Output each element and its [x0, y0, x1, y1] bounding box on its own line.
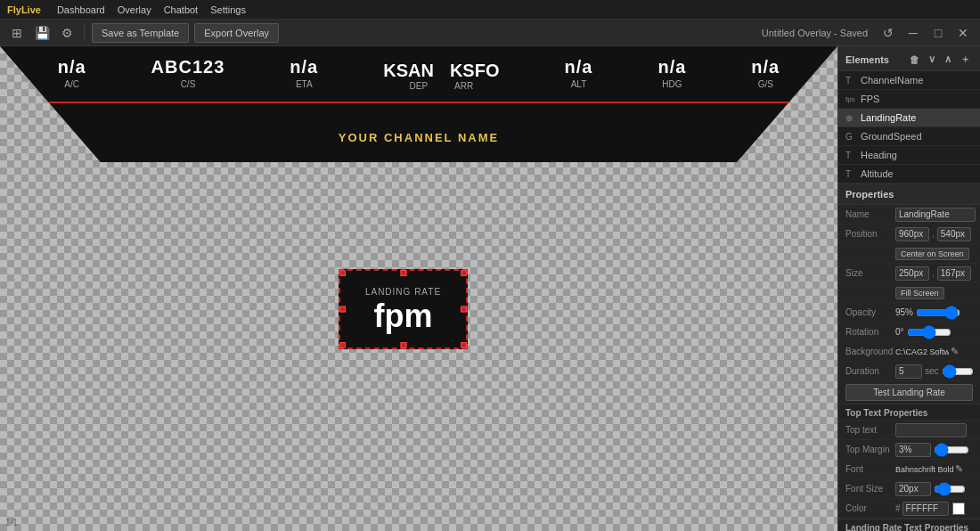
right-panel: Elements 🗑 ∨ ∧ ＋ T ChannelName fps FPS ⊕… — [837, 46, 980, 531]
elements-list: T ChannelName fps FPS ⊕ LandingRate G Gr… — [838, 71, 980, 184]
rotation-value: 0° — [895, 327, 904, 337]
elements-toolbar: 🗑 ∨ ∧ ＋ — [907, 52, 973, 67]
element-item-heading[interactable]: T Heading — [838, 146, 980, 165]
prop-rotation-row: Rotation 0° — [838, 323, 980, 342]
save-icon[interactable]: 💾 — [32, 23, 52, 43]
app-logo: FlyLive — [7, 4, 41, 15]
close-icon[interactable]: ✕ — [953, 23, 973, 43]
handle-tl[interactable] — [339, 270, 346, 276]
center-screen-button[interactable]: Center on Screen — [895, 248, 969, 260]
menu-dashboard[interactable]: Dashboard — [57, 4, 105, 15]
data-col-cs: ABC123 C/S — [151, 57, 225, 89]
top-text-input[interactable] — [895, 423, 967, 437]
element-item-fps[interactable]: fps FPS — [838, 90, 980, 109]
prop-fillscreen-row: Fill Screen — [838, 283, 980, 303]
data-col-alt: n/a ALT — [565, 57, 593, 89]
delete-element-icon[interactable]: 🗑 — [907, 53, 922, 66]
settings-icon[interactable]: ⚙ — [57, 23, 77, 43]
top-margin-input[interactable] — [895, 443, 931, 457]
color-hash: # — [895, 503, 901, 513]
element-item-altitude[interactable]: T Altitude — [838, 165, 980, 184]
handle-bm[interactable] — [400, 342, 406, 348]
channel-name: YOUR CHANNEL NAME — [0, 131, 837, 144]
element-label-channelname: ChannelName — [861, 75, 923, 86]
size-h-input[interactable] — [937, 266, 971, 281]
pos-x-input[interactable] — [895, 227, 929, 241]
duration-slider[interactable] — [942, 367, 974, 376]
canvas-area[interactable]: n/a A/C ABC123 C/S n/a ETA KSAN — [0, 46, 837, 531]
prop-name-label: Name — [845, 209, 895, 219]
element-item-channelname[interactable]: T ChannelName — [838, 71, 980, 90]
add-element-icon[interactable]: ＋ — [958, 52, 973, 67]
prop-background-row: Background C:\CAG2 Softwa... ✎ — [838, 342, 980, 362]
minimize-icon[interactable]: ─ — [903, 23, 923, 43]
prop-font-row: Font Bahnschrift Bold ✎ — [838, 460, 980, 479]
prop-size-row: Size , — [838, 264, 980, 283]
element-item-groundspeed[interactable]: G GroundSpeed — [838, 127, 980, 146]
landing-rate-widget[interactable]: LANDING RATE fpm — [339, 269, 468, 349]
data-row: n/a A/C ABC123 C/S n/a ETA KSAN — [25, 57, 813, 91]
save-template-button[interactable]: Save as Template — [92, 23, 189, 43]
size-w-input[interactable] — [895, 266, 929, 281]
elements-section-header: Elements 🗑 ∨ ∧ ＋ — [838, 46, 980, 71]
handle-tm[interactable] — [400, 270, 406, 276]
type-icon-g: G — [845, 132, 856, 142]
elements-title: Elements — [845, 54, 889, 65]
menu-overlay[interactable]: Overlay — [118, 4, 151, 15]
element-item-landingrate[interactable]: ⊕ LandingRate — [838, 109, 980, 127]
menu-chatbot[interactable]: Chatbot — [164, 4, 199, 15]
duration-input[interactable] — [895, 364, 922, 379]
handle-mr[interactable] — [461, 306, 467, 313]
size-inputs: , — [895, 266, 971, 281]
color-label: Color — [845, 503, 895, 513]
opacity-slider[interactable] — [916, 308, 960, 317]
pos-y-input[interactable] — [937, 227, 971, 241]
handle-bl[interactable] — [339, 342, 346, 348]
color-input[interactable] — [902, 502, 949, 516]
move-up-icon[interactable]: ∧ — [942, 53, 954, 66]
opacity-value: 95% — [895, 307, 913, 317]
top-margin-slider[interactable] — [934, 445, 969, 454]
properties-section: Properties Name Position , Center on Scr… — [838, 184, 980, 531]
type-icon-h: T — [845, 151, 856, 160]
toolbar: ⊞ 💾 ⚙ Save as Template Export Overlay Un… — [0, 20, 980, 46]
maximize-icon[interactable]: □ — [928, 23, 948, 43]
move-down-icon[interactable]: ∨ — [926, 53, 938, 66]
landing-rate-value: fpm — [374, 300, 433, 332]
font-label: Font — [845, 464, 895, 474]
top-margin-label: Top Margin — [845, 445, 895, 454]
font-value: Bahnschrift Bold — [895, 465, 953, 474]
type-icon-fps: fps — [845, 95, 856, 103]
rotation-slider[interactable] — [907, 328, 951, 337]
page-indicator: 1/1 — [5, 518, 18, 527]
fontsize-input[interactable] — [895, 482, 931, 496]
prop-fontsize-row: Font Size — [838, 479, 980, 499]
fontsize-slider[interactable] — [934, 485, 966, 494]
handle-ml[interactable] — [339, 306, 346, 313]
lr-text-section-title: Landing Rate Text Properties — [838, 519, 980, 531]
handle-br[interactable] — [461, 342, 467, 348]
prop-background-label: Background — [845, 347, 895, 356]
prop-color-row: Color # — [838, 499, 980, 519]
handle-tr[interactable] — [461, 270, 467, 276]
data-col-gs: n/a G/S — [751, 57, 780, 89]
grid-icon[interactable]: ⊞ — [7, 23, 27, 43]
prop-name-input[interactable] — [895, 208, 976, 222]
type-icon-t: T — [845, 76, 856, 86]
prop-duration-label: Duration — [845, 366, 895, 376]
element-label-fps: FPS — [861, 94, 879, 104]
background-edit-icon[interactable]: ✎ — [951, 346, 959, 357]
duration-unit: sec — [925, 366, 939, 376]
fill-screen-button[interactable]: Fill Screen — [895, 287, 944, 299]
fontsize-label: Font Size — [845, 484, 895, 494]
menu-settings[interactable]: Settings — [210, 4, 246, 15]
type-icon-l: ⊕ — [845, 113, 856, 123]
prop-center-row: Center on Screen — [838, 244, 980, 264]
color-swatch[interactable] — [952, 502, 965, 515]
font-edit-icon[interactable]: ✎ — [955, 463, 963, 475]
top-text-label: Top text — [845, 425, 895, 435]
refresh-icon[interactable]: ↺ — [878, 23, 898, 43]
export-overlay-button[interactable]: Export Overlay — [194, 23, 279, 43]
test-landing-rate-button[interactable]: Test Landing Rate — [845, 384, 973, 401]
data-col-eta: n/a ETA — [290, 57, 318, 89]
